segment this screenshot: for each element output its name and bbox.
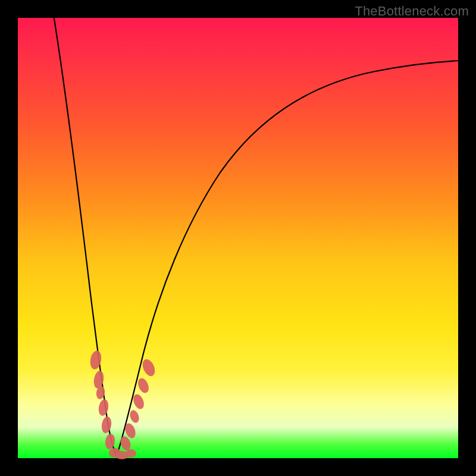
plot-area [18,18,458,458]
svg-point-4 [101,416,112,434]
left-highlight-cluster [89,350,121,458]
svg-point-13 [136,377,151,394]
svg-point-11 [129,409,141,424]
outer-frame: TheBottleneck.com [0,0,476,476]
svg-point-0 [89,350,102,371]
svg-point-3 [98,399,110,416]
svg-point-5 [104,433,115,450]
curve-layer [18,18,458,458]
curve-left-branch [54,15,117,456]
svg-point-8 [126,449,136,458]
watermark-text: TheBottleneck.com [355,4,469,19]
svg-point-14 [140,358,158,378]
curve-right-branch [117,61,458,456]
right-highlight-cluster [119,358,158,452]
